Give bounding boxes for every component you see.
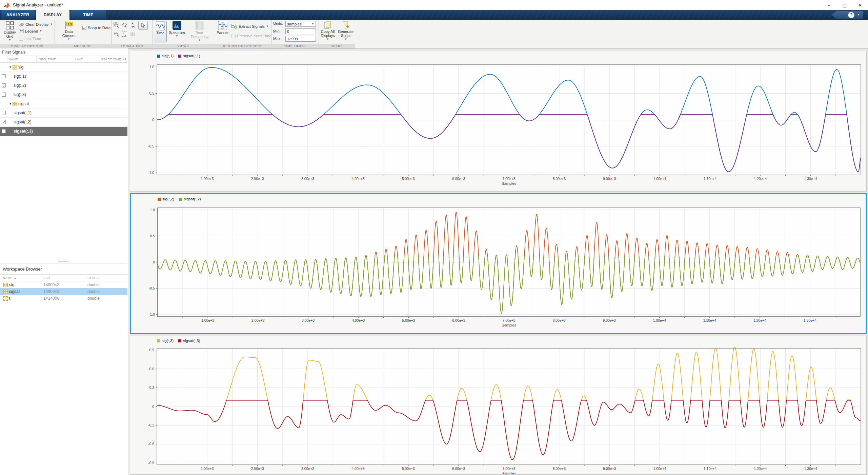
x-tick-label: 1.30e+4 <box>804 177 817 181</box>
units-select[interactable]: samples ▼ <box>285 21 316 27</box>
expand-triangle-icon[interactable]: ▼ <box>9 65 12 69</box>
header-info[interactable]: INFO <box>37 56 47 62</box>
zoom-y-button[interactable] <box>129 22 136 29</box>
legend-entry[interactable]: sigsat(:,1) <box>178 54 200 58</box>
ws-header-size[interactable]: SIZE <box>41 276 85 280</box>
section-label-display-options: DISPLAY OPTIONS <box>0 44 55 48</box>
x-axis-label: Samples <box>502 323 516 327</box>
max-input[interactable]: 13999 <box>285 36 316 42</box>
chevron-down-icon: ▼ <box>311 23 314 25</box>
header-start-time[interactable]: START TIME ⚙ <box>100 56 127 62</box>
fit-to-view-button[interactable] <box>121 31 128 38</box>
x-tick-label: 8.00e+3 <box>552 318 565 322</box>
signal-visibility-checkbox[interactable]: ✓ <box>2 83 6 87</box>
generate-script-button[interactable]: Generate Script ▼ <box>337 21 354 41</box>
clear-display-button[interactable]: Clear Display ▼ <box>19 22 53 26</box>
legend-entry[interactable]: sig(:,3) <box>157 339 174 343</box>
legend-entry[interactable]: sigsat(:,2) <box>179 197 201 201</box>
pointer-tool-button[interactable] <box>138 21 148 30</box>
time-view-button[interactable]: Time <box>154 21 167 42</box>
time-waveform-icon <box>156 21 165 31</box>
legend-button[interactable]: Legend ▼ <box>19 29 42 33</box>
workspace-variable-row[interactable]: sigsat 14000×3 double <box>0 288 127 295</box>
x-tick-label: 4.00e+3 <box>351 467 364 471</box>
data-cursors-button[interactable]: 2.5 Data Cursors ▼ <box>59 21 78 41</box>
y-tick-label: -1.0 <box>148 171 154 175</box>
minimize-button[interactable]: – <box>821 0 837 10</box>
signal-group-row[interactable]: ▼ sigsat <box>0 99 127 108</box>
y-tick-label: 0.9 <box>149 348 154 352</box>
window-title: Signal Analyzer - untitled* <box>13 2 63 7</box>
zoom-out-button[interactable] <box>113 31 120 38</box>
min-input[interactable]: 0 <box>285 28 316 34</box>
panel-splitter-handle[interactable] <box>58 259 69 262</box>
copy-all-displays-button[interactable]: Copy All Displays ▼ <box>319 21 336 41</box>
legend-entry[interactable]: sig(:,1) <box>157 54 174 58</box>
signal-row[interactable]: sig(:,1) <box>0 72 127 81</box>
workspace-variable-row[interactable]: sig 14000×3 double <box>0 281 127 288</box>
display-grid-label: Display Grid <box>2 30 18 38</box>
chevron-down-icon: ▼ <box>198 39 201 42</box>
signal-row[interactable]: ✓ sig(:,2) <box>0 81 127 90</box>
display-2-time-plot[interactable]: 1.00.50-0.5-1.01.00e+32.00e+33.00e+34.00… <box>130 193 867 334</box>
header-checkbox-col <box>0 56 7 62</box>
units-value: samples <box>287 22 302 26</box>
max-value: 13999 <box>287 37 298 41</box>
x-tick-label: 8.00e+3 <box>553 467 566 471</box>
signal-visibility-checkbox[interactable] <box>2 93 6 97</box>
extract-signals-button[interactable]: Extract Signals ▼ <box>231 24 269 29</box>
maximize-button[interactable]: ▢ <box>837 0 852 10</box>
chevron-down-icon: ▼ <box>857 14 860 16</box>
filter-signals-header: NAME INFO TIME LINE START TIME ⚙ <box>0 56 127 63</box>
signal-visibility-checkbox[interactable]: ✓ <box>2 120 6 124</box>
workspace-variable-row[interactable]: t 1×14000 double <box>0 295 127 302</box>
zoom-x-button[interactable] <box>121 22 128 29</box>
tab-time[interactable]: TIME <box>70 10 106 20</box>
copy-all-displays-label: Copy All Displays <box>319 29 336 38</box>
preserve-start-time-checkbox-box <box>231 34 236 38</box>
chevron-down-icon: ▼ <box>50 23 53 26</box>
x-tick-label: 6.00e+3 <box>452 177 465 181</box>
spectrum-view-button[interactable]: Spectrum ▼ <box>168 21 186 38</box>
legend-entry[interactable]: sig(:,2) <box>158 197 174 201</box>
legend-entry[interactable]: sigsat(:,3) <box>178 339 200 343</box>
panner-button[interactable]: Panner <box>216 21 229 35</box>
matrix-icon <box>3 290 8 294</box>
expand-triangle-icon[interactable]: ▼ <box>9 102 12 105</box>
time-frequency-label: Time-Frequency <box>186 31 213 39</box>
header-time[interactable]: TIME <box>47 56 74 62</box>
gear-icon[interactable]: ⚙ <box>123 56 126 62</box>
signal-row[interactable]: ✓ sigsat(:,2) <box>0 118 127 127</box>
snap-to-data-checkbox-box[interactable]: ✓ <box>82 26 86 30</box>
zoom-in-icon <box>114 22 119 28</box>
header-name[interactable]: NAME <box>7 56 37 62</box>
x-tick-label: 5.00e+3 <box>402 467 415 471</box>
x-tick-label: 9.00e+3 <box>603 467 616 471</box>
display-1-time-plot[interactable]: 1.00.50-0.5-1.01.00e+32.00e+33.00e+34.00… <box>130 51 867 192</box>
panner-label: Panner <box>217 31 228 35</box>
tab-display[interactable]: DISPLAY <box>36 10 69 20</box>
ws-header-name[interactable]: NAME ▲ <box>0 276 41 280</box>
signal-row[interactable]: sigsat(:,1) <box>0 108 127 118</box>
legend-label: sig(:,3) <box>162 339 174 343</box>
zoom-in-button[interactable] <box>113 22 120 29</box>
legend-swatch <box>179 198 182 201</box>
svg-text:2.5: 2.5 <box>67 23 72 26</box>
filter-signals-title: Filter Signals <box>2 50 25 55</box>
x-tick-label: 3.00e+3 <box>301 467 314 471</box>
display-3-time-plot[interactable]: 0.90.60.30-0.3-0.6-0.91.00e+32.00e+33.00… <box>130 336 867 475</box>
help-button[interactable]: ? ▼ <box>831 11 863 19</box>
close-button[interactable]: ✕ <box>852 0 868 10</box>
x-tick-label: 1.00e+4 <box>653 177 666 181</box>
signal-row[interactable]: sig(:,3) <box>0 90 127 99</box>
tab-analyzer[interactable]: ANALYZER <box>1 10 35 20</box>
snap-to-data-checkbox[interactable]: ✓ Snap to Data <box>82 26 110 30</box>
signal-visibility-checkbox[interactable] <box>2 111 6 115</box>
signal-group-row[interactable]: ▼ sig <box>0 63 127 72</box>
signal-row[interactable]: sigsat(:,3) <box>0 127 127 136</box>
ws-header-class[interactable]: CLASS <box>85 276 127 280</box>
header-line[interactable]: LINE <box>74 56 100 62</box>
signal-visibility-checkbox[interactable] <box>2 74 6 78</box>
display-grid-button[interactable]: Display Grid ▼ <box>2 21 18 41</box>
signal-visibility-checkbox[interactable] <box>2 129 6 133</box>
